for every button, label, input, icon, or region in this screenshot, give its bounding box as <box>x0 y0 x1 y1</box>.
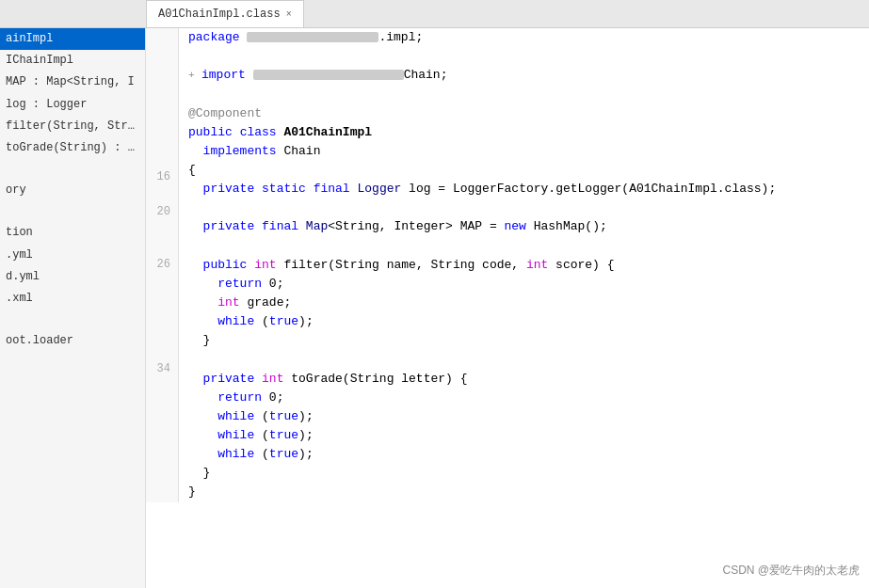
sidebar-item-xml[interactable]: .xml <box>0 288 145 310</box>
code-line-26: return 0; <box>188 275 869 294</box>
ln-e5 <box>153 326 170 343</box>
code-line-annotation: @Component <box>188 104 869 123</box>
code-line-closebrace-filter: } <box>188 331 869 350</box>
code-line-tograde: private int toGrade(String letter) { <box>188 370 869 389</box>
code-line-while2: while (true); <box>188 407 869 426</box>
code-line-16: private static final Logger log = Logger… <box>188 180 869 199</box>
code-line-while1: while (true); <box>188 312 869 331</box>
code-container: 16 20 26 34 <box>146 28 869 502</box>
ln-12 <box>153 378 170 396</box>
sidebar-item-yml[interactable]: .yml <box>0 245 145 266</box>
code-line-filter: public int filter(String name, String co… <box>188 256 869 275</box>
ln-3 <box>153 98 170 116</box>
ln-e3 <box>153 185 170 203</box>
sidebar: ainImpl IChainImpl MAP : Map<String, I l… <box>0 28 146 588</box>
code-line-empty-5 <box>188 350 869 369</box>
editor-area: 16 20 26 34 <box>146 28 869 588</box>
ln-15 <box>153 431 170 449</box>
code-line-34: return 0; <box>188 389 869 407</box>
fold-icon[interactable]: + <box>188 68 200 84</box>
code-line-intgrade: int grade; <box>188 294 869 312</box>
tab-label: A01ChainImpl.class <box>158 8 281 21</box>
sidebar-section-2 <box>0 201 145 222</box>
main-area: ainImpl IChainImpl MAP : Map<String, I l… <box>0 28 869 588</box>
sidebar-item-dyml[interactable]: d.yml <box>0 266 145 288</box>
ln-9 <box>153 291 170 309</box>
code-line-empty-1 <box>188 47 869 66</box>
ln-34: 34 <box>153 360 170 378</box>
ln-14 <box>153 413 170 431</box>
file-tab[interactable]: A01ChainImpl.class × <box>146 0 304 27</box>
sidebar-item-ichainimpl[interactable]: IChainImpl <box>0 50 145 72</box>
code-line-20: private final Map<String, Integer> MAP =… <box>188 217 869 236</box>
ln-10 <box>153 309 170 326</box>
sidebar-item-tograde[interactable]: toGrade(String) : int <box>0 137 145 159</box>
code-line-empty-3 <box>188 199 869 217</box>
code-line-implements: implements Chain <box>188 142 869 161</box>
ln-e2 <box>153 81 170 99</box>
code-line-openbrace: { <box>188 161 869 180</box>
ln-16: 16 <box>153 168 170 186</box>
code-line-class: public class A01ChainImpl <box>188 123 869 142</box>
code-line-while4: while (true); <box>188 445 869 464</box>
code-line-final-closebrace: } <box>188 483 869 501</box>
tab-bar: A01ChainImpl.class × <box>0 0 869 28</box>
code-line-import: +import Chain; <box>188 66 869 85</box>
code-lines: package .impl; +import Chain; @Component… <box>179 28 869 502</box>
code-line-while3: while (true); <box>188 426 869 445</box>
ln-6 <box>153 151 170 168</box>
code-line-empty-2 <box>188 85 869 103</box>
sidebar-item-chainimpl[interactable]: ainImpl <box>0 28 145 50</box>
tab-close-button[interactable]: × <box>286 9 292 20</box>
sidebar-item-ory[interactable]: ory <box>0 180 145 201</box>
sidebar-section-3 <box>0 310 145 330</box>
ln-1 <box>153 28 170 46</box>
ln-4 <box>153 116 170 134</box>
ln-5 <box>153 134 170 151</box>
ln-13 <box>153 395 170 413</box>
sidebar-item-filter[interactable]: filter(String, String, in <box>0 116 145 137</box>
code-line-closebrace-tograde: } <box>188 464 869 483</box>
ln-17 <box>153 448 170 466</box>
sidebar-item-bootloader[interactable]: oot.loader <box>0 330 145 352</box>
ln-20: 20 <box>153 203 170 221</box>
ln-7 <box>153 238 170 256</box>
sidebar-item-map[interactable]: MAP : Map<String, I <box>0 72 145 93</box>
sidebar-item-log[interactable]: log : Logger <box>0 94 145 116</box>
sidebar-item-tion[interactable]: tion <box>0 222 145 244</box>
watermark: CSDN @爱吃牛肉的太老虎 <box>722 563 860 579</box>
code-line-empty-4 <box>188 237 869 256</box>
ln-e1 <box>153 46 170 64</box>
ln-e4 <box>153 221 170 239</box>
ln-11 <box>153 343 170 361</box>
line-numbers: 16 20 26 34 <box>146 28 179 502</box>
sidebar-section-1 <box>0 159 145 180</box>
ln-2 <box>153 63 170 81</box>
ln-26: 26 <box>153 256 170 274</box>
code-line-package: package .impl; <box>188 28 869 47</box>
ln-8 <box>153 273 170 291</box>
